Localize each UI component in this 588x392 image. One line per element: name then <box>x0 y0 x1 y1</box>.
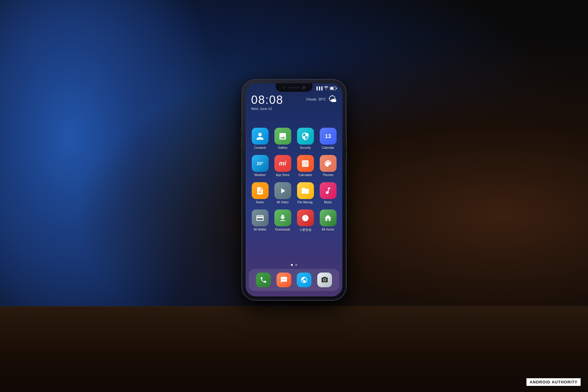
app-icon-downloads <box>274 209 291 226</box>
app-icon-gallery <box>274 128 291 145</box>
app-label-music: Music <box>324 201 332 204</box>
dock-camera[interactable] <box>317 273 332 287</box>
app-label-calendar: Calendar <box>322 146 334 149</box>
app-icon-xiaoai <box>297 209 314 226</box>
weather-temp: 20°C <box>318 97 326 101</box>
app-label-downloads: Downloads <box>275 228 290 231</box>
app-item-calendar[interactable]: 13 Calendar <box>318 128 338 149</box>
app-label-calculator: Calculator <box>298 173 312 177</box>
app-item-notes[interactable]: Notes <box>250 182 270 204</box>
app-icon-weather: 20° <box>252 155 269 172</box>
app-icon-filemanager <box>297 182 314 199</box>
bottom-dock <box>249 269 339 291</box>
app-item-security[interactable]: Security <box>296 128 315 149</box>
page-dot-2[interactable] <box>295 264 297 266</box>
app-label-xiaoai: 小爱音箱 <box>299 228 311 232</box>
app-icon-calendar: 13 <box>320 128 337 145</box>
app-item-gallery[interactable]: Gallery <box>273 128 292 149</box>
dock-messages[interactable] <box>277 273 291 287</box>
dock-phone[interactable] <box>256 273 271 287</box>
weather-text: Cloudy 20°C <box>306 97 326 101</box>
signal-icon: ▐▐▐ <box>315 86 322 90</box>
notch-camera <box>302 86 305 89</box>
weather-icon: 🌤 <box>328 94 337 104</box>
app-item-miwallet[interactable]: Mi Wallet <box>250 209 270 232</box>
app-icon-security <box>297 128 314 145</box>
app-label-appstore: App Store <box>276 173 289 177</box>
volume-down-button[interactable] <box>241 144 242 159</box>
phone-screen: ▐▐▐ <box>246 83 342 296</box>
notch-sensor <box>283 86 285 89</box>
app-icon-music <box>320 182 337 199</box>
app-item-themes[interactable]: Themes <box>318 155 338 177</box>
date-display: Wed, June 13 <box>251 107 283 111</box>
page-dot-1[interactable] <box>291 264 293 266</box>
power-button[interactable] <box>346 141 347 159</box>
dock-browser[interactable] <box>297 273 311 287</box>
app-item-appstore[interactable]: mi App Store <box>273 155 292 177</box>
app-item-mihome[interactable]: Mi Home <box>318 209 338 232</box>
app-item-calculator[interactable]: Calculator <box>296 155 315 177</box>
notch <box>276 83 312 92</box>
wifi-icon <box>324 86 328 90</box>
app-label-mihome: Mi Home <box>322 228 334 231</box>
weather-condition: Cloudy <box>306 97 316 101</box>
time-section: 08:08 Wed, June 13 <box>251 94 283 111</box>
app-icon-miwallet <box>252 209 269 226</box>
app-item-xiaoai[interactable]: 小爱音箱 <box>296 209 315 232</box>
app-label-gallery: Gallery <box>278 146 288 149</box>
app-icon-appstore: mi <box>274 155 291 172</box>
watermark: ANDROID AUTHORITY <box>526 378 581 386</box>
app-grid: Contacts Gallery Security <box>246 128 342 232</box>
app-item-downloads[interactable]: Downloads <box>273 209 292 232</box>
app-label-contacts: Contacts <box>254 146 266 149</box>
app-label-themes: Themes <box>322 173 334 177</box>
time-display: 08:08 <box>251 94 283 106</box>
app-label-miwallet: Mi Wallet <box>254 228 266 231</box>
volume-up-button[interactable] <box>241 129 242 141</box>
app-item-weather[interactable]: 20° Weather <box>250 155 270 177</box>
notch-speaker <box>288 87 300 89</box>
app-icon-themes <box>320 155 337 172</box>
status-right: ▐▐▐ <box>315 86 337 90</box>
phone-body: ▐▐▐ <box>242 80 346 300</box>
app-icon-notes <box>252 182 269 199</box>
app-label-notes: Notes <box>256 201 264 204</box>
app-label-weather: Weather <box>254 173 266 177</box>
app-icon-mivideo <box>274 182 291 199</box>
app-label-security: Security <box>300 146 311 149</box>
app-label-filemanager: File Manag. <box>297 201 313 204</box>
app-icon-mihome <box>320 209 337 226</box>
phone: ▐▐▐ <box>242 80 346 300</box>
table-surface <box>0 306 588 392</box>
app-item-filemanager[interactable]: File Manag. <box>296 182 315 204</box>
app-item-contacts[interactable]: Contacts <box>250 128 270 149</box>
app-item-mivideo[interactable]: Mi Video <box>273 182 292 204</box>
battery-icon <box>330 87 337 90</box>
weather-section: Cloudy 20°C 🌤 <box>306 94 337 104</box>
app-item-music[interactable]: Music <box>318 182 338 204</box>
app-icon-contacts <box>252 128 269 145</box>
app-label-mivideo: Mi Video <box>277 201 289 204</box>
time-weather-section: 08:08 Wed, June 13 Cloudy 20°C 🌤 <box>246 94 342 111</box>
app-icon-calculator <box>297 155 314 172</box>
page-dots <box>246 264 342 266</box>
